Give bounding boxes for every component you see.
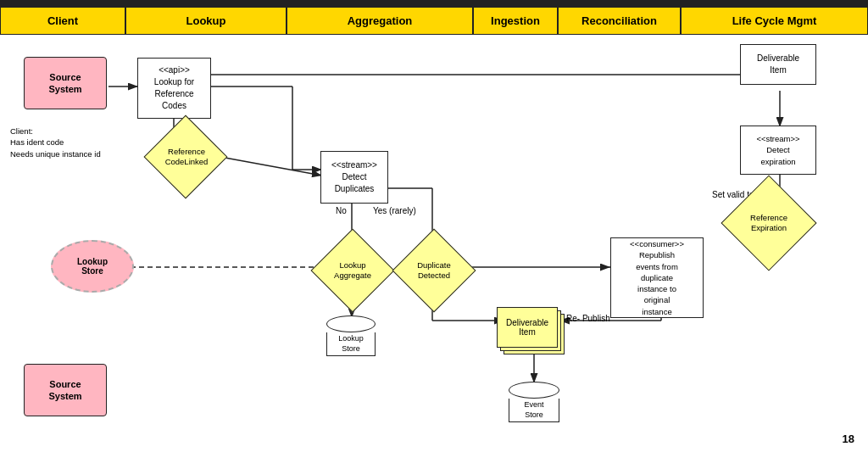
source-system-1: Source System: [24, 57, 107, 109]
client-note: Client: Has ident code Needs unique inst…: [10, 126, 101, 159]
lookup-store-cyl: Lookup Store: [326, 315, 376, 356]
detect-expiration: <<stream>>Detectexpiration: [740, 126, 816, 175]
detect-duplicates: <<stream>>DetectDuplicates: [320, 151, 388, 204]
duplicate-detected: DuplicateDetected: [392, 248, 476, 293]
lookup-store-oval: Lookup Store: [51, 240, 134, 293]
event-store: Event Store: [509, 382, 559, 422]
source-system-2: Source System: [24, 364, 107, 416]
page-number: 18: [843, 432, 854, 445]
deliverable-item-stacked: Deliverable Item: [497, 307, 565, 358]
svg-line-7: [220, 157, 322, 176]
lane-lookup: Lookup: [125, 7, 287, 35]
lane-lifecycle: Life Cycle Mgmt: [681, 7, 868, 35]
lane-aggregation: Aggregation: [287, 7, 473, 35]
diagram-container: Client Lookup Aggregation Ingestion Reco…: [0, 0, 868, 452]
lane-reconciliation: Reconciliation: [558, 7, 681, 35]
ref-expiration: ReferenceExpiration: [722, 197, 815, 249]
lane-client: Client: [0, 7, 125, 35]
yes-label: Yes (rarely): [373, 206, 416, 215]
lane-headers: Client Lookup Aggregation Ingestion Reco…: [0, 7, 868, 35]
top-bar: [0, 0, 868, 7]
no-label: No: [336, 206, 347, 215]
lookup-aggregate: LookupAggregate: [312, 248, 393, 293]
lane-ingestion: Ingestion: [473, 7, 558, 35]
ref-code-linked: ReferenceCodeLinked: [144, 134, 229, 180]
api-lookup-box: <<api>>Lookup forReferenceCodes: [137, 58, 211, 119]
deliverable-item-top: DeliverableItem: [740, 44, 816, 85]
republish-consumer: <<consumer>>Republishevents fromduplicat…: [610, 237, 704, 318]
republish-label: Re- Publish: [566, 314, 610, 323]
